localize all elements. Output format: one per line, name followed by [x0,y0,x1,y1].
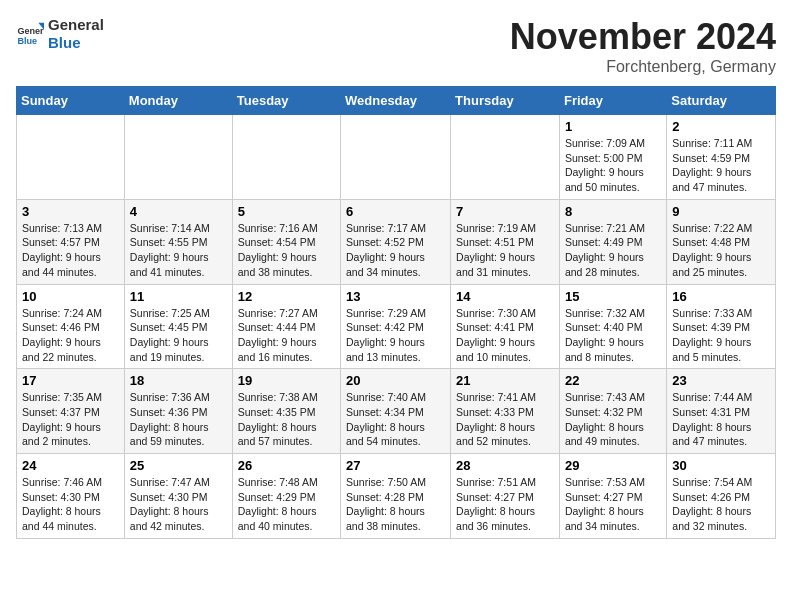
day-number: 21 [456,373,554,388]
day-number: 27 [346,458,445,473]
logo-line2: Blue [48,34,104,52]
week-row-5: 24Sunrise: 7:46 AM Sunset: 4:30 PM Dayli… [17,454,776,539]
day-number: 11 [130,289,227,304]
table-cell: 26Sunrise: 7:48 AM Sunset: 4:29 PM Dayli… [232,454,340,539]
day-info: Sunrise: 7:17 AM Sunset: 4:52 PM Dayligh… [346,221,445,280]
week-row-1: 1Sunrise: 7:09 AM Sunset: 5:00 PM Daylig… [17,115,776,200]
day-number: 25 [130,458,227,473]
header-thursday: Thursday [451,87,560,115]
day-info: Sunrise: 7:32 AM Sunset: 4:40 PM Dayligh… [565,306,661,365]
day-info: Sunrise: 7:48 AM Sunset: 4:29 PM Dayligh… [238,475,335,534]
logo: General Blue General Blue [16,16,104,52]
table-cell: 5Sunrise: 7:16 AM Sunset: 4:54 PM Daylig… [232,199,340,284]
day-number: 24 [22,458,119,473]
calendar-table: SundayMondayTuesdayWednesdayThursdayFrid… [16,86,776,539]
day-number: 7 [456,204,554,219]
day-number: 6 [346,204,445,219]
day-number: 2 [672,119,770,134]
day-info: Sunrise: 7:13 AM Sunset: 4:57 PM Dayligh… [22,221,119,280]
table-cell: 7Sunrise: 7:19 AM Sunset: 4:51 PM Daylig… [451,199,560,284]
header-saturday: Saturday [667,87,776,115]
table-cell [17,115,125,200]
header-sunday: Sunday [17,87,125,115]
table-cell: 23Sunrise: 7:44 AM Sunset: 4:31 PM Dayli… [667,369,776,454]
logo-icon: General Blue [16,20,44,48]
table-cell: 8Sunrise: 7:21 AM Sunset: 4:49 PM Daylig… [559,199,666,284]
day-number: 16 [672,289,770,304]
table-cell: 3Sunrise: 7:13 AM Sunset: 4:57 PM Daylig… [17,199,125,284]
day-info: Sunrise: 7:09 AM Sunset: 5:00 PM Dayligh… [565,136,661,195]
day-info: Sunrise: 7:30 AM Sunset: 4:41 PM Dayligh… [456,306,554,365]
day-info: Sunrise: 7:47 AM Sunset: 4:30 PM Dayligh… [130,475,227,534]
week-row-3: 10Sunrise: 7:24 AM Sunset: 4:46 PM Dayli… [17,284,776,369]
day-info: Sunrise: 7:27 AM Sunset: 4:44 PM Dayligh… [238,306,335,365]
table-cell [341,115,451,200]
day-number: 15 [565,289,661,304]
day-info: Sunrise: 7:29 AM Sunset: 4:42 PM Dayligh… [346,306,445,365]
table-cell: 10Sunrise: 7:24 AM Sunset: 4:46 PM Dayli… [17,284,125,369]
day-number: 9 [672,204,770,219]
day-number: 1 [565,119,661,134]
day-number: 26 [238,458,335,473]
table-cell: 29Sunrise: 7:53 AM Sunset: 4:27 PM Dayli… [559,454,666,539]
table-cell: 18Sunrise: 7:36 AM Sunset: 4:36 PM Dayli… [124,369,232,454]
table-cell [232,115,340,200]
table-cell: 11Sunrise: 7:25 AM Sunset: 4:45 PM Dayli… [124,284,232,369]
svg-text:General: General [17,26,44,36]
table-cell: 4Sunrise: 7:14 AM Sunset: 4:55 PM Daylig… [124,199,232,284]
location: Forchtenberg, Germany [510,58,776,76]
page-header: General Blue General Blue November 2024 … [16,16,776,76]
table-cell: 1Sunrise: 7:09 AM Sunset: 5:00 PM Daylig… [559,115,666,200]
day-info: Sunrise: 7:35 AM Sunset: 4:37 PM Dayligh… [22,390,119,449]
table-cell: 17Sunrise: 7:35 AM Sunset: 4:37 PM Dayli… [17,369,125,454]
table-cell: 16Sunrise: 7:33 AM Sunset: 4:39 PM Dayli… [667,284,776,369]
day-info: Sunrise: 7:51 AM Sunset: 4:27 PM Dayligh… [456,475,554,534]
table-cell: 20Sunrise: 7:40 AM Sunset: 4:34 PM Dayli… [341,369,451,454]
day-number: 18 [130,373,227,388]
table-cell: 9Sunrise: 7:22 AM Sunset: 4:48 PM Daylig… [667,199,776,284]
day-info: Sunrise: 7:40 AM Sunset: 4:34 PM Dayligh… [346,390,445,449]
table-cell: 15Sunrise: 7:32 AM Sunset: 4:40 PM Dayli… [559,284,666,369]
day-info: Sunrise: 7:33 AM Sunset: 4:39 PM Dayligh… [672,306,770,365]
day-number: 17 [22,373,119,388]
day-number: 28 [456,458,554,473]
day-number: 10 [22,289,119,304]
day-info: Sunrise: 7:24 AM Sunset: 4:46 PM Dayligh… [22,306,119,365]
day-info: Sunrise: 7:38 AM Sunset: 4:35 PM Dayligh… [238,390,335,449]
day-number: 12 [238,289,335,304]
day-info: Sunrise: 7:11 AM Sunset: 4:59 PM Dayligh… [672,136,770,195]
day-number: 5 [238,204,335,219]
table-cell: 27Sunrise: 7:50 AM Sunset: 4:28 PM Dayli… [341,454,451,539]
header-tuesday: Tuesday [232,87,340,115]
day-info: Sunrise: 7:36 AM Sunset: 4:36 PM Dayligh… [130,390,227,449]
table-cell: 24Sunrise: 7:46 AM Sunset: 4:30 PM Dayli… [17,454,125,539]
week-row-2: 3Sunrise: 7:13 AM Sunset: 4:57 PM Daylig… [17,199,776,284]
table-cell [451,115,560,200]
header-wednesday: Wednesday [341,87,451,115]
day-number: 22 [565,373,661,388]
day-number: 30 [672,458,770,473]
header-monday: Monday [124,87,232,115]
table-cell: 13Sunrise: 7:29 AM Sunset: 4:42 PM Dayli… [341,284,451,369]
table-cell: 6Sunrise: 7:17 AM Sunset: 4:52 PM Daylig… [341,199,451,284]
logo-line1: General [48,16,104,34]
table-cell: 12Sunrise: 7:27 AM Sunset: 4:44 PM Dayli… [232,284,340,369]
day-info: Sunrise: 7:50 AM Sunset: 4:28 PM Dayligh… [346,475,445,534]
table-cell: 22Sunrise: 7:43 AM Sunset: 4:32 PM Dayli… [559,369,666,454]
day-number: 8 [565,204,661,219]
week-row-4: 17Sunrise: 7:35 AM Sunset: 4:37 PM Dayli… [17,369,776,454]
table-cell: 19Sunrise: 7:38 AM Sunset: 4:35 PM Dayli… [232,369,340,454]
day-info: Sunrise: 7:46 AM Sunset: 4:30 PM Dayligh… [22,475,119,534]
svg-text:Blue: Blue [17,36,37,46]
table-cell: 30Sunrise: 7:54 AM Sunset: 4:26 PM Dayli… [667,454,776,539]
header-friday: Friday [559,87,666,115]
day-info: Sunrise: 7:43 AM Sunset: 4:32 PM Dayligh… [565,390,661,449]
day-info: Sunrise: 7:53 AM Sunset: 4:27 PM Dayligh… [565,475,661,534]
day-info: Sunrise: 7:44 AM Sunset: 4:31 PM Dayligh… [672,390,770,449]
title-block: November 2024 Forchtenberg, Germany [510,16,776,76]
day-info: Sunrise: 7:25 AM Sunset: 4:45 PM Dayligh… [130,306,227,365]
table-cell: 14Sunrise: 7:30 AM Sunset: 4:41 PM Dayli… [451,284,560,369]
day-info: Sunrise: 7:16 AM Sunset: 4:54 PM Dayligh… [238,221,335,280]
table-cell: 21Sunrise: 7:41 AM Sunset: 4:33 PM Dayli… [451,369,560,454]
day-info: Sunrise: 7:54 AM Sunset: 4:26 PM Dayligh… [672,475,770,534]
